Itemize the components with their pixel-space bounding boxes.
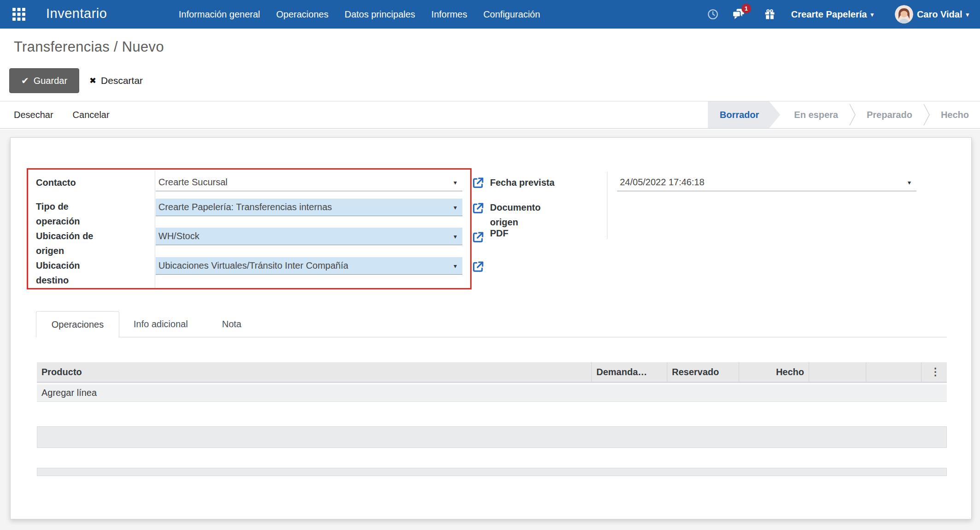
control-bar-buttons: Desechar Cancelar bbox=[14, 101, 110, 128]
company-name: Crearte Papelería bbox=[791, 9, 867, 20]
top-navbar: Inventario Información general Operacion… bbox=[0, 0, 980, 29]
label-contacto: Contacto bbox=[36, 175, 105, 190]
tab-operaciones[interactable]: Operaciones bbox=[36, 311, 119, 337]
navbar-right: 1 Crearte Papelería ▾ bbox=[706, 0, 969, 29]
ubicacion-origen-value: WH/Stock bbox=[158, 231, 199, 241]
fecha-prevista-input[interactable]: 24/05/2022 17:46:18 ▾ bbox=[617, 174, 916, 191]
contacto-external-link-icon[interactable] bbox=[472, 177, 484, 189]
dropdown-caret-icon: ▾ bbox=[908, 179, 911, 186]
tab-nota[interactable]: Nota bbox=[222, 311, 241, 337]
label-ubicacion-origen: Ubicación de origen bbox=[36, 229, 105, 258]
cancel-button[interactable]: Cancelar bbox=[73, 110, 110, 120]
apps-grid-icon-svg bbox=[12, 7, 26, 21]
inventory-transfer-form-screen: Inventario Información general Operacion… bbox=[0, 0, 980, 530]
stage-separator-icon bbox=[849, 101, 856, 128]
ubicacion-destino-value: Ubicaciones Virtuales/Tránsito Inter Com… bbox=[158, 260, 348, 271]
stage-separator-icon bbox=[923, 101, 930, 128]
dropdown-caret-icon: ▾ bbox=[454, 233, 457, 240]
tab-info-adicional[interactable]: Info adicional bbox=[134, 311, 188, 337]
dropdown-caret-icon: ▾ bbox=[454, 204, 457, 211]
app-name[interactable]: Inventario bbox=[46, 6, 107, 21]
kebab-icon: ⋮ bbox=[930, 367, 940, 377]
main-menu: Información general Operaciones Datos pr… bbox=[179, 0, 540, 29]
label-documento-origen: Documento origen bbox=[490, 200, 564, 230]
column-header-hecho: Hecho bbox=[739, 362, 809, 382]
tipo-operacion-select[interactable]: Crearte Papelería: Transferencias intern… bbox=[156, 199, 462, 216]
label-fecha-prevista: Fecha prevista bbox=[490, 175, 573, 190]
contacto-value: Crearte Sucursal bbox=[158, 177, 228, 188]
chevron-right-icon bbox=[923, 102, 930, 128]
column-header-producto: Producto bbox=[37, 362, 591, 382]
group-divider bbox=[607, 171, 607, 239]
column-header-demanda: Demanda… bbox=[591, 362, 667, 382]
apps-grid-icon[interactable] bbox=[12, 7, 26, 21]
form-control-bar: Desechar Cancelar Borrador En espera Pre… bbox=[0, 101, 980, 129]
save-button[interactable]: ✔ Guardar bbox=[9, 68, 79, 93]
clock-icon-svg bbox=[707, 8, 719, 20]
operations-table-header: Producto Demanda… Reservado Hecho ⋮ bbox=[37, 362, 947, 383]
stage-en-espera[interactable]: En espera bbox=[783, 110, 849, 120]
gift-icon[interactable] bbox=[764, 8, 776, 21]
column-header-empty bbox=[866, 362, 921, 382]
tipo-operacion-external-link-icon[interactable] bbox=[472, 202, 484, 215]
discard-button-label: Descartar bbox=[101, 75, 143, 86]
menu-datos-principales[interactable]: Datos principales bbox=[344, 9, 415, 20]
column-header-reservado: Reservado bbox=[667, 362, 739, 382]
avatar bbox=[895, 5, 913, 24]
user-name: Caro Vidal bbox=[917, 9, 962, 20]
gift-icon-svg bbox=[764, 9, 776, 20]
company-switcher[interactable]: Crearte Papelería ▾ bbox=[791, 9, 874, 20]
external-link-svg bbox=[472, 177, 484, 189]
ubicacion-origen-select[interactable]: WH/Stock ▾ bbox=[156, 228, 462, 245]
stage-borrador[interactable]: Borrador bbox=[708, 101, 781, 128]
ubicacion-destino-select[interactable]: Ubicaciones Virtuales/Tránsito Inter Com… bbox=[156, 257, 462, 275]
group-divider bbox=[155, 171, 155, 288]
menu-informacion-general[interactable]: Información general bbox=[179, 9, 260, 20]
user-menu[interactable]: Caro Vidal ▾ bbox=[895, 5, 969, 24]
dropdown-caret-icon: ▾ bbox=[454, 262, 457, 270]
chevron-down-icon: ▾ bbox=[966, 11, 969, 18]
chevron-down-icon: ▾ bbox=[870, 11, 874, 18]
add-line-button[interactable]: Agregar línea bbox=[37, 384, 947, 402]
ubicacion-origen-external-link-icon[interactable] bbox=[472, 231, 484, 244]
label-ubicacion-destino: Ubicación destino bbox=[36, 258, 105, 288]
menu-operaciones[interactable]: Operaciones bbox=[276, 9, 328, 20]
external-link-svg bbox=[472, 260, 484, 273]
menu-configuracion[interactable]: Configuración bbox=[483, 9, 540, 20]
external-link-svg bbox=[472, 202, 484, 215]
dropdown-caret-icon: ▾ bbox=[454, 179, 457, 186]
activities-clock-icon[interactable] bbox=[706, 8, 719, 21]
empty-list-row bbox=[37, 426, 947, 448]
breadcrumb[interactable]: Transferencias / Nuevo bbox=[14, 39, 164, 55]
avatar-svg bbox=[895, 5, 913, 24]
external-link-svg bbox=[472, 231, 484, 244]
ubicacion-destino-external-link-icon[interactable] bbox=[472, 260, 484, 273]
status-pipeline: Borrador En espera Preparado Hecho bbox=[708, 101, 973, 128]
close-icon: ✖ bbox=[89, 76, 96, 86]
stage-hecho[interactable]: Hecho bbox=[930, 110, 973, 120]
column-header-empty bbox=[809, 362, 866, 382]
menu-informes[interactable]: Informes bbox=[432, 9, 467, 20]
fecha-prevista-value: 24/05/2022 17:46:18 bbox=[620, 177, 705, 188]
empty-list-row bbox=[37, 468, 947, 476]
messages-icon[interactable]: 1 bbox=[732, 8, 745, 21]
tipo-operacion-value: Crearte Papelería: Transferencias intern… bbox=[158, 202, 332, 212]
scrap-button[interactable]: Desechar bbox=[14, 110, 53, 120]
message-count-badge: 1 bbox=[741, 4, 751, 13]
label-pdf: PDF bbox=[490, 226, 564, 241]
check-icon: ✔ bbox=[21, 75, 29, 86]
chevron-right-icon bbox=[849, 102, 856, 128]
optional-columns-button[interactable]: ⋮ bbox=[921, 362, 947, 382]
save-button-label: Guardar bbox=[34, 76, 67, 86]
discard-button[interactable]: ✖ Descartar bbox=[89, 68, 143, 93]
tab-underline bbox=[37, 337, 947, 337]
label-tipo-operacion: Tipo de operación bbox=[36, 199, 105, 229]
contacto-select[interactable]: Crearte Sucursal ▾ bbox=[156, 174, 462, 191]
stage-preparado[interactable]: Preparado bbox=[856, 110, 923, 120]
